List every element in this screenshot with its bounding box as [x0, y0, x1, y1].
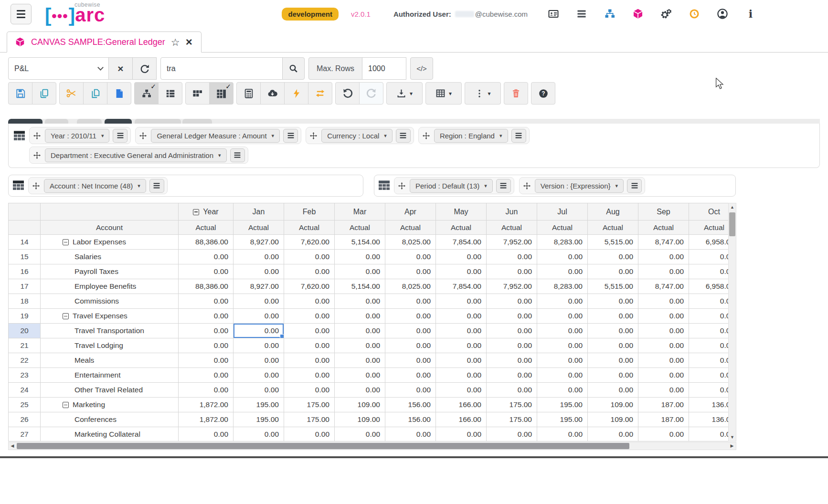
account-cell[interactable]: Payroll Taxes: [41, 264, 179, 279]
grid-cell[interactable]: 195.00: [234, 398, 284, 412]
grid-cell[interactable]: 0.00: [436, 309, 487, 324]
grid-cell[interactable]: 0.00: [588, 294, 638, 309]
max-rows-input[interactable]: [362, 57, 406, 80]
grid-cell[interactable]: 175.00: [487, 398, 537, 412]
grid-cell[interactable]: 0.00: [234, 309, 284, 324]
column-header-month[interactable]: Mar: [335, 203, 385, 220]
sheet-tab[interactable]: [135, 119, 181, 124]
move-icon[interactable]: [422, 132, 431, 139]
column-header-month[interactable]: Jun: [487, 203, 537, 220]
grid-cell[interactable]: 0.00: [179, 383, 234, 398]
grid-cell[interactable]: 5,154.00: [335, 235, 385, 250]
grid-cell[interactable]: 0.00: [385, 427, 436, 442]
grid-cell[interactable]: 0.00: [537, 264, 588, 279]
column-header-month[interactable]: Feb: [284, 203, 335, 220]
department-dropdown[interactable]: Department : Executive General and Admin…: [45, 148, 227, 162]
grid-cell[interactable]: 0.00: [335, 338, 385, 353]
grid-cell[interactable]: 8,927.00: [234, 235, 284, 250]
user-icon[interactable]: [717, 8, 728, 20]
grid-cell[interactable]: 0.00: [638, 338, 689, 353]
move-icon[interactable]: [309, 132, 318, 139]
grid-cell[interactable]: 0.00: [284, 427, 335, 442]
row-number[interactable]: 18: [9, 294, 41, 309]
grid-cell[interactable]: 0.00: [537, 294, 588, 309]
corner-cell[interactable]: [9, 203, 41, 220]
grid-cell[interactable]: 0.00: [487, 368, 537, 383]
tab-canvas-sample-general-ledger[interactable]: CANVAS SAMPLE:General Ledger ☆ ×: [7, 32, 202, 52]
code-view-button[interactable]: </>: [410, 57, 433, 80]
undo-button[interactable]: [335, 82, 360, 105]
grid-cell[interactable]: 0.00: [284, 353, 335, 368]
move-icon[interactable]: [32, 132, 42, 139]
grid-cell[interactable]: 0.00: [487, 324, 537, 338]
account-cell[interactable]: Employee Benefits: [41, 279, 179, 294]
grid-cell[interactable]: 0.00: [537, 353, 588, 368]
grid-cell[interactable]: 6,958.00: [689, 279, 729, 294]
vertical-scrollbar[interactable]: ▲ ▼: [728, 203, 736, 441]
period-dropdown[interactable]: Period : Default (13)▾: [410, 179, 493, 193]
column-header-month[interactable]: Jul: [537, 203, 588, 220]
row-dimension-header[interactable]: Account: [41, 220, 179, 235]
rebuild-button[interactable]: [308, 82, 332, 105]
scroll-left-icon[interactable]: ◀: [9, 442, 16, 450]
grid-cell[interactable]: 0.00: [638, 264, 689, 279]
grid-cell[interactable]: 156.00: [385, 398, 436, 412]
grid-cell[interactable]: 7,854.00: [436, 279, 487, 294]
grid-cell[interactable]: 8,927.00: [234, 279, 284, 294]
measure-header[interactable]: Actual: [689, 220, 729, 235]
column-header-month[interactable]: Sep: [638, 203, 689, 220]
subset-editor-icon[interactable]: [396, 129, 411, 143]
grid-cell[interactable]: 0.00: [335, 294, 385, 309]
grid-cell[interactable]: 0.00: [588, 368, 638, 383]
grid-cell[interactable]: 8,747.00: [638, 279, 689, 294]
grid-cell[interactable]: 0.00: [436, 383, 487, 398]
currency-dropdown[interactable]: Currency : Local▾: [321, 129, 393, 143]
grid-cell[interactable]: 0.00: [689, 427, 729, 442]
account-cell[interactable]: Other Travel Related: [41, 383, 179, 398]
search-input[interactable]: [160, 57, 283, 80]
grid-cell[interactable]: 0.00: [179, 324, 234, 338]
refresh-button[interactable]: [132, 57, 157, 80]
clear-view-button[interactable]: ×: [108, 57, 133, 80]
grid-cell[interactable]: 166.00: [436, 398, 487, 412]
grid-cell[interactable]: 109.00: [335, 398, 385, 412]
tab-close-icon[interactable]: ×: [186, 36, 192, 48]
id-card-icon[interactable]: [548, 8, 559, 20]
grid-cell[interactable]: 0.00: [487, 250, 537, 264]
cloud-download-button[interactable]: [260, 82, 285, 105]
grid-cell[interactable]: 0.00: [234, 383, 284, 398]
grid-cell[interactable]: 8,025.00: [385, 235, 436, 250]
row-number[interactable]: 24: [9, 383, 41, 398]
cut-button[interactable]: [59, 82, 84, 105]
grid-cell[interactable]: 0.00: [537, 324, 588, 338]
grid-cell[interactable]: 0.00: [588, 383, 638, 398]
account-cell[interactable]: Labor Expenses: [41, 235, 179, 250]
grid-cell[interactable]: 0.00: [335, 264, 385, 279]
corner-cell[interactable]: [41, 203, 179, 220]
row-number[interactable]: 25: [9, 398, 41, 412]
layout-rows-button[interactable]: [185, 82, 210, 105]
grid-cell[interactable]: 0.00: [689, 250, 729, 264]
measure-header[interactable]: Actual: [234, 220, 284, 235]
grid-cell[interactable]: 0.00: [284, 338, 335, 353]
row-number[interactable]: 23: [9, 368, 41, 383]
help-button[interactable]: ?: [531, 82, 555, 105]
sheet-tab[interactable]: [182, 119, 212, 124]
grid-cell[interactable]: 0.00: [436, 427, 487, 442]
account-cell[interactable]: Marketing: [41, 398, 179, 412]
horizontal-scroll-thumb[interactable]: [17, 443, 629, 449]
grid-cell[interactable]: 5,515.00: [588, 235, 638, 250]
grid-cell[interactable]: 195.00: [234, 412, 284, 427]
grid-cell[interactable]: 0.00: [284, 309, 335, 324]
subset-editor-icon[interactable]: [230, 148, 245, 162]
grid-cell[interactable]: 8,747.00: [638, 235, 689, 250]
grid-cell[interactable]: 0.00: [588, 264, 638, 279]
account-cell[interactable]: Travel Lodging: [41, 338, 179, 353]
version-dropdown[interactable]: Version : {Expression}▾: [535, 179, 624, 193]
more-options-button[interactable]: ▾: [465, 82, 501, 105]
account-cell[interactable]: Travel Expenses: [41, 309, 179, 324]
grid-cell[interactable]: 0.00: [234, 264, 284, 279]
collapse-icon[interactable]: [193, 209, 199, 215]
column-header-year[interactable]: Year: [179, 203, 234, 220]
grid-cell[interactable]: 0.00: [179, 309, 234, 324]
